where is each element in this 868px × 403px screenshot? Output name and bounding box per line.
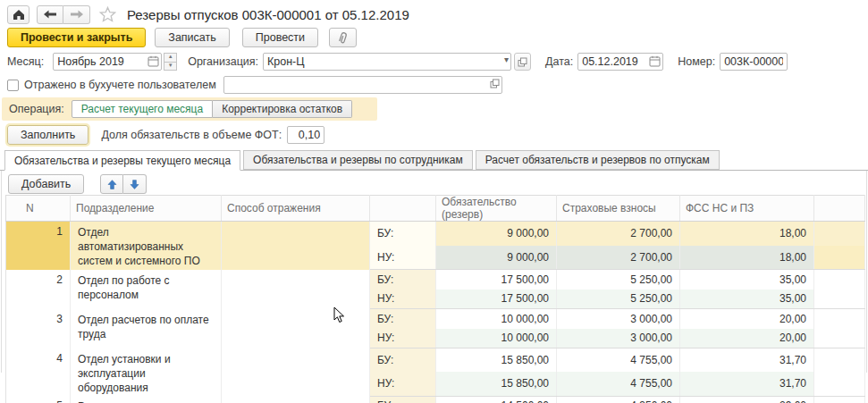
cell-value[interactable]: 2 700,00 <box>557 246 680 270</box>
cell-method[interactable] <box>222 270 370 309</box>
table-row[interactable]: 5РуководствоБУ:14 500,004 350,0029,00 <box>6 396 865 403</box>
favorite-star-icon[interactable] <box>99 6 116 22</box>
reflected-checkbox[interactable] <box>7 80 19 91</box>
column-header-n[interactable]: N <box>6 196 71 222</box>
cell-row-number[interactable]: 2 <box>6 270 71 309</box>
cell-value[interactable]: 5 250,00 <box>557 270 680 290</box>
cell-empty[interactable] <box>814 309 865 329</box>
move-down-button[interactable] <box>123 174 147 194</box>
save-button[interactable]: Записать <box>155 28 229 47</box>
step-up-icon[interactable]: ▲ <box>164 53 177 62</box>
cell-value[interactable]: 3 000,00 <box>557 329 680 348</box>
cell-value[interactable]: 20,00 <box>680 329 814 348</box>
cell-value[interactable]: 4 350,00 <box>557 396 680 403</box>
cell-row-number[interactable]: 3 <box>6 309 71 348</box>
post-button[interactable]: Провести <box>242 28 318 47</box>
cell-department[interactable]: Отдел установки и эксплуатации оборудова… <box>71 348 222 397</box>
cell-account-type-nu[interactable]: НУ: <box>370 372 436 396</box>
cell-department[interactable]: Отдел по работе с персоналом <box>71 270 222 309</box>
attachments-button[interactable] <box>329 28 357 47</box>
cell-account-type-bu[interactable]: БУ: <box>370 222 436 246</box>
organization-open-button[interactable] <box>514 53 531 71</box>
cell-empty[interactable] <box>814 222 865 246</box>
home-button[interactable] <box>7 5 29 24</box>
cell-value[interactable]: 31,70 <box>680 348 814 373</box>
cell-value[interactable]: 18,00 <box>680 246 814 270</box>
cell-value[interactable]: 14 500,00 <box>436 396 557 403</box>
operation-option-adjustment[interactable]: Корректировка остатков <box>213 100 352 118</box>
cell-row-number[interactable]: 4 <box>6 348 71 397</box>
cell-department[interactable]: Руководство <box>71 396 222 403</box>
tab-employee-liabilities[interactable]: Обязательства и резервы по сотрудникам <box>243 150 473 170</box>
table-row[interactable]: 4Отдел установки и эксплуатации оборудов… <box>6 348 865 373</box>
move-up-button[interactable] <box>100 174 123 194</box>
cell-method[interactable] <box>222 222 370 270</box>
cell-row-number[interactable]: 1 <box>6 222 71 270</box>
cell-account-type-nu[interactable]: НУ: <box>370 246 436 270</box>
cell-account-type-bu[interactable]: БУ: <box>370 270 436 290</box>
cell-value[interactable]: 15 850,00 <box>436 348 557 373</box>
month-input[interactable] <box>53 53 162 71</box>
cell-department[interactable]: Отдел расчетов по оплате труда <box>71 309 222 348</box>
cell-value[interactable]: 9 000,00 <box>436 246 557 270</box>
cell-empty[interactable] <box>814 348 865 373</box>
cell-value[interactable]: 4 755,00 <box>557 348 680 373</box>
cell-value[interactable]: 9 000,00 <box>436 222 557 246</box>
table-row[interactable]: 1Отдел автоматизированных систем и систе… <box>6 222 865 246</box>
cell-value[interactable]: 10 000,00 <box>436 329 557 348</box>
cell-method[interactable] <box>222 309 370 348</box>
cell-value[interactable]: 3 000,00 <box>557 309 680 329</box>
cell-empty[interactable] <box>814 396 865 403</box>
fill-button[interactable]: Заполнить <box>7 125 88 145</box>
step-down-icon[interactable]: ▼ <box>164 62 177 71</box>
column-header-fss[interactable]: ФСС НС и ПЗ <box>680 196 814 222</box>
cell-value[interactable]: 17 500,00 <box>436 270 557 290</box>
cell-value[interactable]: 15 850,00 <box>436 372 557 396</box>
cell-empty[interactable] <box>814 372 865 396</box>
tab-current-month-liabilities[interactable]: Обязательства и резервы текущего месяца <box>4 150 240 171</box>
cell-value[interactable]: 35,00 <box>680 270 814 290</box>
cell-value[interactable]: 2 700,00 <box>557 222 680 246</box>
cell-value[interactable]: 35,00 <box>680 290 814 309</box>
cell-account-type-bu[interactable]: БУ: <box>370 348 436 373</box>
share-input[interactable] <box>287 126 324 144</box>
cell-empty[interactable] <box>814 329 865 348</box>
column-header-insurance[interactable]: Страховые взносы <box>557 196 680 222</box>
reflected-user-input[interactable] <box>223 76 502 94</box>
column-header-liability[interactable]: Обязательство (резерв) <box>436 196 557 222</box>
cell-empty[interactable] <box>814 270 865 290</box>
month-stepper[interactable]: ▲ ▼ <box>164 53 177 71</box>
cell-account-type-nu[interactable]: НУ: <box>370 290 436 309</box>
cell-account-type-bu[interactable]: БУ: <box>370 396 436 403</box>
cell-value[interactable]: 20,00 <box>680 309 814 329</box>
cell-method[interactable] <box>222 396 370 403</box>
tab-vacation-calculation[interactable]: Расчет обязательств и резервов по отпуск… <box>476 150 720 170</box>
column-header-department[interactable]: Подразделение <box>71 196 222 222</box>
add-row-button[interactable]: Добавить <box>8 174 84 194</box>
cell-empty[interactable] <box>814 290 865 309</box>
column-header-account-type[interactable] <box>370 196 436 222</box>
cell-value[interactable]: 31,70 <box>680 372 814 396</box>
table-row[interactable]: 2Отдел по работе с персоналомБУ:17 500,0… <box>6 270 865 290</box>
organization-input[interactable] <box>263 53 511 71</box>
post-and-close-button[interactable]: Провести и закрыть <box>7 28 146 47</box>
cell-method[interactable] <box>222 348 370 397</box>
chevron-down-icon[interactable]: ▾ <box>504 55 509 64</box>
cell-department[interactable]: Отдел автоматизированных систем и систем… <box>71 222 222 270</box>
column-header-method[interactable]: Способ отражения <box>222 196 370 222</box>
cell-account-type-nu[interactable]: НУ: <box>370 329 436 348</box>
cell-value[interactable]: 10 000,00 <box>436 309 557 329</box>
forward-button[interactable] <box>63 5 90 24</box>
cell-value[interactable]: 5 250,00 <box>557 290 680 309</box>
calendar-icon[interactable] <box>147 55 159 67</box>
calendar-icon[interactable] <box>649 55 661 67</box>
number-input[interactable] <box>720 53 788 71</box>
back-button[interactable] <box>37 5 63 24</box>
cell-empty[interactable] <box>814 246 865 270</box>
cell-value[interactable]: 4 755,00 <box>557 372 680 396</box>
open-picker-icon[interactable] <box>490 79 500 88</box>
table-row[interactable]: 3Отдел расчетов по оплате трудаБУ:10 000… <box>6 309 865 329</box>
operation-option-current-month[interactable]: Расчет текущего месяца <box>72 100 213 118</box>
cell-row-number[interactable]: 5 <box>6 396 71 403</box>
cell-account-type-bu[interactable]: БУ: <box>370 309 436 329</box>
